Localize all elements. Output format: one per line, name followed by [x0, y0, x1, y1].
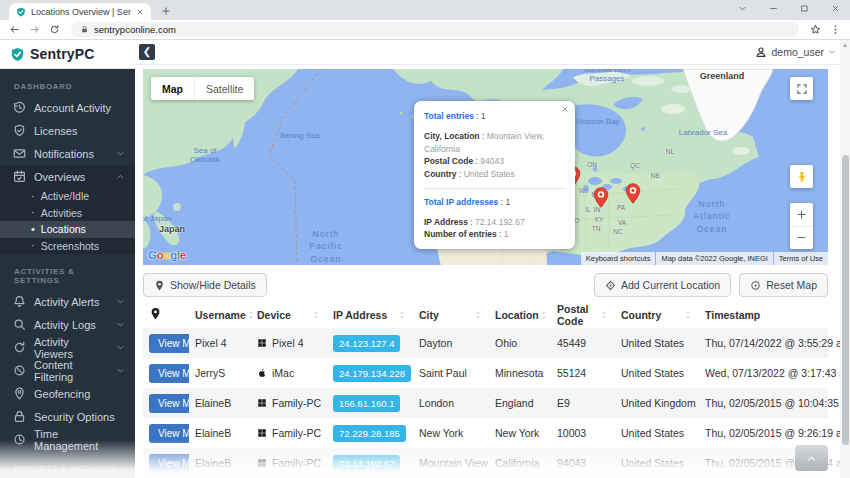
close-window-button[interactable] — [831, 4, 840, 13]
sidebar-section-dashboard: DASHBOARD — [0, 69, 135, 96]
view-map-button[interactable]: View Map — [149, 424, 189, 443]
sidebar-item-account-activity[interactable]: Account Activity — [0, 96, 135, 119]
sidebar-item-locations[interactable]: •Locations — [0, 221, 135, 238]
sidebar-item-label: Active/Idle — [41, 190, 89, 202]
scrollbar-thumb[interactable] — [842, 155, 849, 445]
sort-caret-icon — [397, 310, 407, 320]
column-header-country[interactable]: Country — [615, 301, 699, 328]
browser-menu-icon[interactable] — [830, 24, 841, 35]
sidebar-item-overviews[interactable]: Overviews — [0, 165, 135, 188]
sidebar-section-activities-settings: ACTIVITIES & SETTINGS — [0, 254, 135, 290]
sidebar-item-activity-logs[interactable]: Activity Logs — [0, 313, 135, 336]
info-row-postal-code: Postal Code : 94043 — [424, 155, 565, 168]
new-tab-button[interactable] — [161, 6, 171, 16]
sidebar-nav: DASHBOARDAccount ActivityLicensesNotific… — [0, 69, 135, 478]
forward-button[interactable] — [29, 24, 40, 35]
sidebar-item-label: Screenshots — [41, 240, 99, 252]
browser-tab[interactable]: Locations Overview | SentryPC — [9, 3, 151, 20]
cell-timestamp: Thu, 02/05/2015 @ 9:26:19 am UTC — [699, 418, 828, 448]
bookmark-star-icon[interactable] — [810, 24, 821, 35]
info-row-country: Country : United States — [424, 168, 565, 181]
map-type-map-button[interactable]: Map — [151, 77, 194, 100]
reset-map-button[interactable]: Reset Map — [739, 273, 828, 297]
map-marker[interactable] — [626, 183, 641, 204]
app-frame: SentryPC DASHBOARDAccount ActivityLicens… — [0, 40, 850, 478]
sidebar-item-activities[interactable]: ·Activities — [0, 205, 135, 222]
user-menu[interactable]: demo_user — [755, 46, 836, 58]
column-label: Username — [195, 309, 246, 321]
zoom-in-button[interactable] — [790, 203, 813, 227]
sidebar-item-notifications[interactable]: Notifications — [0, 142, 135, 165]
column-header-postal-code[interactable]: Postal Code — [551, 301, 615, 328]
sidebar-item-time-management[interactable]: Time Management — [0, 428, 135, 451]
sidebar-item-activity-viewers[interactable]: Activity Viewers — [0, 336, 135, 359]
info-window-close-icon[interactable] — [561, 105, 569, 113]
fullscreen-button[interactable] — [790, 77, 813, 100]
sidebar-item-activity-alerts[interactable]: Activity Alerts — [0, 290, 135, 313]
show-hide-details-button[interactable]: Show/Hide Details — [143, 273, 267, 297]
info-title-total-entries[interactable]: Total entries : 1 — [424, 110, 565, 123]
column-header-map-pin[interactable] — [143, 301, 189, 328]
scrollbar-up-arrow[interactable]: ▲ — [840, 40, 850, 49]
ip-address-badge: 72.229.28.185 — [333, 425, 406, 442]
column-header-device[interactable]: Device — [251, 301, 327, 328]
attribution-terms-of-use[interactable]: Terms of Use — [774, 252, 828, 265]
street-view-pegman-button[interactable] — [790, 165, 813, 188]
cell-postal-code: 94043 — [551, 448, 615, 478]
sidebar-item-label: Activity Logs — [34, 319, 96, 331]
map-canvas[interactable]: Northwestern PassagesGreenlandHudson Bay… — [143, 69, 828, 265]
attribution-keyboard-shortcuts[interactable]: Keyboard shortcuts — [581, 252, 656, 265]
maximize-button[interactable] — [800, 4, 809, 13]
google-logo[interactable]: Google — [148, 249, 186, 261]
sort-caret-icon — [539, 310, 549, 320]
map-marker[interactable] — [594, 187, 609, 208]
sidebar-item-screenshots[interactable]: ·Screenshots — [0, 238, 135, 255]
table-row: View MapPixel 4Pixel 424.123.127.4Dayton… — [143, 328, 828, 358]
cell-country: United States — [615, 448, 699, 478]
column-header-city[interactable]: City — [413, 301, 489, 328]
view-map-button[interactable]: View Map — [149, 454, 189, 473]
chevron-down-icon — [116, 343, 125, 352]
view-map-button[interactable]: View Map — [149, 334, 189, 353]
cell-device: Pixel 4 — [272, 337, 304, 349]
tab-close-icon[interactable] — [136, 8, 144, 16]
cell-location: Minnesota — [489, 358, 551, 388]
pin-icon — [13, 387, 26, 400]
user-avatar-icon — [755, 46, 767, 58]
scroll-to-top-button[interactable] — [795, 445, 828, 471]
locations-table: UsernameDeviceIP AddressCityLocationPost… — [143, 301, 828, 478]
tab-search-icon[interactable] — [738, 4, 747, 13]
column-header-username[interactable]: Username — [189, 301, 251, 328]
column-header-ip-address[interactable]: IP Address — [327, 301, 413, 328]
cell-username: Pixel 4 — [189, 328, 251, 358]
reload-button[interactable] — [49, 24, 60, 35]
view-map-button[interactable]: View Map — [149, 394, 189, 413]
bullet-icon: · — [31, 240, 35, 251]
sidebar-item-active-idle[interactable]: ·Active/Idle — [0, 188, 135, 205]
column-header-timestamp[interactable]: Timestamp — [699, 301, 828, 328]
sidebar-item-geofencing[interactable]: Geofencing — [0, 382, 135, 405]
add-current-location-button[interactable]: Add Current Location — [594, 273, 731, 297]
address-bar[interactable]: sentrypconline.com — [71, 22, 799, 37]
shield-icon — [13, 124, 26, 137]
sort-caret-icon — [683, 310, 693, 320]
add-location-icon — [605, 280, 616, 291]
sidebar-collapse-button[interactable]: ❮ — [139, 44, 155, 60]
sidebar-item-licenses[interactable]: Licenses — [0, 119, 135, 142]
minimize-button[interactable] — [769, 4, 778, 13]
info-title-total-ip-addresses[interactable]: Total IP addresses : 1 — [424, 196, 565, 209]
sidebar-item-label: Activities — [41, 207, 82, 219]
cell-location: New York — [489, 418, 551, 448]
sidebar-item-security-options[interactable]: Security Options — [0, 405, 135, 428]
bullet-icon: · — [31, 207, 35, 218]
back-button[interactable] — [9, 24, 20, 35]
view-map-button[interactable]: View Map — [149, 364, 189, 383]
map-type-satellite-button[interactable]: Satellite — [194, 77, 254, 100]
sidebar-item-content-filtering[interactable]: Content Filtering — [0, 359, 135, 382]
info-window: Total entries : 1City, Location : Mounta… — [414, 101, 575, 249]
brand-logo[interactable]: SentryPC — [0, 40, 135, 69]
column-header-location[interactable]: Location — [489, 301, 551, 328]
cell-device: iMac — [272, 367, 294, 379]
refresh-icon — [13, 341, 26, 354]
zoom-out-button[interactable] — [790, 227, 813, 250]
